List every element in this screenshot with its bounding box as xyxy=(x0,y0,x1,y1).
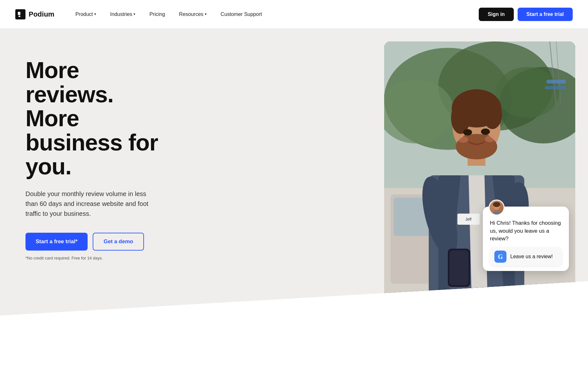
google-icon: G xyxy=(494,251,506,263)
svg-point-37 xyxy=(481,128,490,135)
navbar-left: Podium Product ▾ Industries ▾ Pricing Re… xyxy=(15,9,268,20)
start-trial-hero-button[interactable]: Start a free trial* xyxy=(25,233,88,251)
get-demo-button[interactable]: Get a demo xyxy=(93,233,144,251)
nav-customer-support[interactable]: Customer Support xyxy=(215,9,268,20)
chevron-down-icon: ▾ xyxy=(205,12,207,16)
hero-subtext: Double your monthly review volume in les… xyxy=(25,189,159,219)
chat-popup: Hi Chris! Thanks for choosing us, would … xyxy=(483,207,569,271)
svg-rect-42 xyxy=(493,211,500,216)
nav-product[interactable]: Product ▾ xyxy=(70,9,102,20)
chat-message: Hi Chris! Thanks for choosing us, would … xyxy=(490,214,562,243)
svg-point-7 xyxy=(496,67,559,118)
svg-rect-0 xyxy=(18,12,20,15)
logo-icon xyxy=(15,9,25,19)
svg-point-36 xyxy=(463,129,472,135)
hero-content: More reviews. More business for you. Dou… xyxy=(0,33,185,286)
svg-point-17 xyxy=(451,102,470,134)
nav-links: Product ▾ Industries ▾ Pricing Resources… xyxy=(70,9,268,20)
hero-image-placeholder: Jeff xyxy=(384,41,575,303)
logo[interactable]: Podium xyxy=(15,9,54,19)
chevron-down-icon: ▾ xyxy=(94,12,96,16)
navbar: Podium Product ▾ Industries ▾ Pricing Re… xyxy=(0,0,588,29)
google-review-button[interactable]: G Leave us a review! xyxy=(490,247,562,266)
navbar-right: Sign in Start a free trial xyxy=(479,8,573,21)
svg-point-39 xyxy=(485,136,495,142)
svg-rect-11 xyxy=(545,86,566,89)
svg-point-41 xyxy=(493,202,500,207)
hero-headline: More reviews. More business for you. xyxy=(25,58,159,179)
nav-industries[interactable]: Industries ▾ xyxy=(104,9,141,20)
hero-section: More reviews. More business for you. Dou… xyxy=(0,29,588,316)
svg-rect-31 xyxy=(449,250,469,285)
chat-avatar xyxy=(489,200,505,215)
chevron-down-icon: ▾ xyxy=(133,12,135,16)
start-trial-nav-button[interactable]: Start a free trial xyxy=(518,8,573,21)
svg-text:Jeff: Jeff xyxy=(465,217,472,222)
svg-rect-10 xyxy=(547,80,566,84)
signin-button[interactable]: Sign in xyxy=(479,8,513,21)
hero-buttons: Start a free trial* Get a demo xyxy=(25,233,159,251)
hero-image: Jeff xyxy=(384,41,575,303)
svg-point-18 xyxy=(483,100,502,129)
logo-text: Podium xyxy=(29,10,54,18)
svg-point-38 xyxy=(458,136,468,143)
hero-note: *No credit card required. Free for 14 da… xyxy=(25,256,159,260)
nav-resources[interactable]: Resources ▾ xyxy=(173,9,212,20)
nav-pricing[interactable]: Pricing xyxy=(144,9,171,20)
svg-rect-1 xyxy=(18,16,20,17)
google-review-label: Leave us a review! xyxy=(510,254,553,259)
